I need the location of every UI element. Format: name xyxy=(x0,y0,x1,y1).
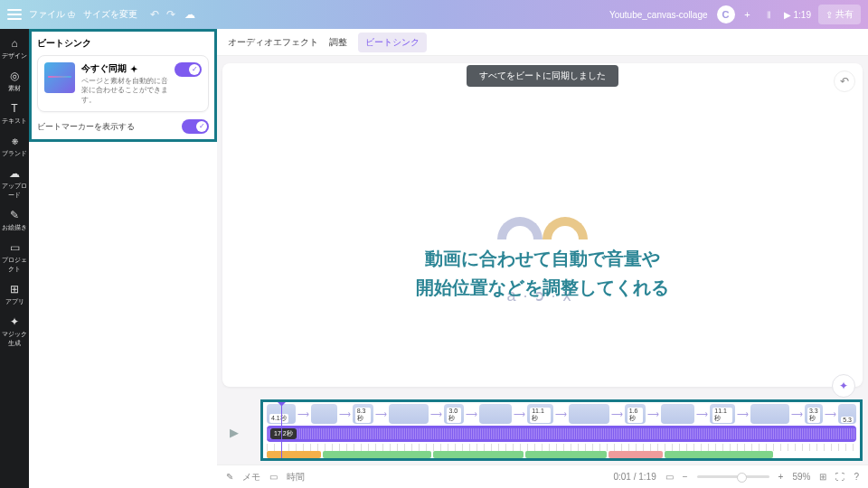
subtitle-clip[interactable] xyxy=(525,451,607,458)
transition-icon[interactable]: ⟶ xyxy=(339,409,351,418)
notes-label[interactable]: メモ xyxy=(242,471,260,483)
resize-button[interactable]: サイズを変更 xyxy=(83,9,137,21)
rail-icon: ⎈ xyxy=(8,135,21,147)
zoom-value: 59% xyxy=(792,472,810,482)
help-icon[interactable]: ? xyxy=(854,472,859,482)
sparkle-icon: ✦ xyxy=(130,64,137,74)
rail-icon: ⊞ xyxy=(8,283,21,296)
transition-icon[interactable]: ⟶ xyxy=(514,409,525,418)
beatsync-tab[interactable]: ビートシンク xyxy=(358,33,427,52)
video-clip[interactable] xyxy=(479,404,512,424)
grid-view-icon[interactable]: ⊞ xyxy=(819,472,826,482)
subtitle-clip[interactable] xyxy=(433,451,524,458)
gap-track[interactable] xyxy=(267,451,856,458)
rail-item-素材[interactable]: ◎素材 xyxy=(0,70,29,93)
adjust-tab[interactable]: 調整 xyxy=(329,36,347,49)
rail-icon: ▭ xyxy=(8,241,21,254)
video-clip[interactable]: 1.6秒 xyxy=(625,404,646,424)
rail-item-ブランド[interactable]: ⎈ブランド xyxy=(0,135,29,158)
playhead[interactable] xyxy=(281,400,282,460)
crown-icon[interactable]: ♔ xyxy=(67,9,76,21)
video-clip[interactable]: 5.3 xyxy=(838,404,856,424)
rail-icon: ✎ xyxy=(8,209,21,221)
stage-undo-icon[interactable]: ↶ xyxy=(834,70,855,92)
beatsync-panel: ビートシンク 今すぐ同期✦ ページと素材を自動的に音楽に合わせることができます。… xyxy=(29,29,217,142)
add-icon[interactable]: + xyxy=(739,5,757,23)
redo-icon[interactable]: ↷ xyxy=(163,8,179,21)
transition-icon[interactable]: ⟶ xyxy=(696,409,708,418)
fullscreen-icon[interactable]: ⛶ xyxy=(835,472,844,482)
sync-title: 今すぐ同期 xyxy=(81,62,127,75)
share-button[interactable]: ⇪ 共有 xyxy=(818,5,861,24)
undo-icon[interactable]: ↶ xyxy=(146,8,163,21)
audio-track[interactable]: 17.2秒 xyxy=(267,426,856,442)
user-avatar[interactable]: C xyxy=(717,5,735,23)
subtitle-clip[interactable] xyxy=(267,451,321,458)
file-menu[interactable]: ファイル xyxy=(29,8,65,21)
subtitle-clip[interactable] xyxy=(609,451,663,458)
video-clip[interactable]: 11.1秒 xyxy=(710,404,734,424)
sync-toggle[interactable] xyxy=(175,62,202,77)
minus-icon[interactable]: − xyxy=(683,472,688,482)
video-clip[interactable] xyxy=(311,404,337,424)
transition-icon[interactable]: ⟶ xyxy=(791,409,803,418)
rail-item-アプリ[interactable]: ⊞アプリ xyxy=(0,283,29,306)
transition-icon[interactable]: ⟶ xyxy=(825,409,836,418)
sync-thumb xyxy=(44,62,75,93)
left-nav-rail: ⌂デザイン◎素材Tテキスト⎈ブランド☁アップロード✎お絵描き▭プロジェクト⊞アプ… xyxy=(0,29,29,488)
video-clip[interactable]: 11.1秒 xyxy=(527,404,553,424)
video-track[interactable]: 4.1秒⟶⟶8.3秒⟶⟶3.0秒⟶⟶11.1秒⟶⟶1.6秒⟶⟶11.1秒⟶⟶3.… xyxy=(267,404,856,424)
transition-icon[interactable]: ⟶ xyxy=(737,409,749,418)
video-clip[interactable]: 3.0秒 xyxy=(444,404,464,424)
video-clip[interactable]: 8.3秒 xyxy=(353,404,373,424)
video-clip[interactable] xyxy=(569,404,609,424)
sync-complete-toast: すべてをビートに同期しました xyxy=(467,65,618,87)
transition-icon[interactable]: ⟶ xyxy=(430,409,442,418)
rail-icon: T xyxy=(8,102,21,115)
video-clip[interactable]: 3.3秒 xyxy=(805,404,823,424)
timeline-ruler xyxy=(267,444,856,451)
magic-sparkle-button[interactable]: ✦ xyxy=(832,374,855,398)
audio-duration-label: 17.2秒 xyxy=(270,428,297,439)
cloud-save-icon[interactable]: ☁ xyxy=(184,8,195,21)
rail-icon: ✦ xyxy=(8,315,21,328)
marker-label: ビートマーカーを表示する xyxy=(37,121,135,133)
canvas-stage[interactable]: ↶ a·ɔ·x 動画に合わせて自動で音量や 開始位置などを調整してくれる ✦ xyxy=(222,63,863,387)
transition-icon[interactable]: ⟶ xyxy=(647,409,659,418)
timeline[interactable]: 4.1秒⟶⟶8.3秒⟶⟶3.0秒⟶⟶11.1秒⟶⟶1.6秒⟶⟶11.1秒⟶⟶3.… xyxy=(260,399,863,461)
transition-icon[interactable]: ⟶ xyxy=(555,409,567,418)
marker-toggle[interactable] xyxy=(182,119,209,134)
slide-view-icon[interactable]: ▭ xyxy=(665,472,674,482)
plus-icon[interactable]: + xyxy=(778,472,784,482)
logo-clouds xyxy=(497,217,588,239)
zoom-slider[interactable] xyxy=(697,475,769,478)
play-duration[interactable]: ▶ 1:19 xyxy=(784,10,811,20)
video-clip[interactable] xyxy=(750,404,789,424)
sync-now-card[interactable]: 今すぐ同期✦ ページと素材を自動的に音楽に合わせることができます。 xyxy=(37,55,209,112)
transition-icon[interactable]: ⟶ xyxy=(375,409,387,418)
analytics-icon[interactable]: ⫴ xyxy=(760,5,778,23)
rail-item-デザイン[interactable]: ⌂デザイン xyxy=(0,37,29,61)
menu-icon[interactable] xyxy=(7,9,22,20)
video-clip[interactable] xyxy=(389,404,429,424)
subtitle-clip[interactable] xyxy=(323,451,431,458)
document-title[interactable]: Youtube_canvas-collage xyxy=(609,10,708,20)
subtitle-clip[interactable] xyxy=(665,451,773,458)
rail-icon: ◎ xyxy=(8,70,21,82)
sync-desc: ページと素材を自動的に音楽に合わせることができます。 xyxy=(81,77,168,105)
rail-item-アップロード[interactable]: ☁アップロード xyxy=(0,167,29,200)
rail-item-マジック生成[interactable]: ✦マジック生成 xyxy=(0,315,29,348)
video-clip[interactable] xyxy=(661,404,694,424)
rail-item-プロジェクト[interactable]: ▭プロジェクト xyxy=(0,241,29,274)
duration-text: 1:19 xyxy=(794,10,811,20)
duration-icon[interactable]: ▭ xyxy=(269,472,278,482)
rail-item-テキスト[interactable]: Tテキスト xyxy=(0,102,29,126)
transition-icon[interactable]: ⟶ xyxy=(611,409,623,418)
rail-item-お絵描き[interactable]: ✎お絵描き xyxy=(0,209,29,232)
timeline-play-icon[interactable]: ▶ xyxy=(230,426,239,439)
notes-icon[interactable]: ✎ xyxy=(226,472,233,482)
duration-label[interactable]: 時間 xyxy=(287,471,305,483)
audio-effects-tab[interactable]: オーディオエフェクト xyxy=(228,36,318,49)
transition-icon[interactable]: ⟶ xyxy=(466,409,477,418)
transition-icon[interactable]: ⟶ xyxy=(297,409,309,418)
